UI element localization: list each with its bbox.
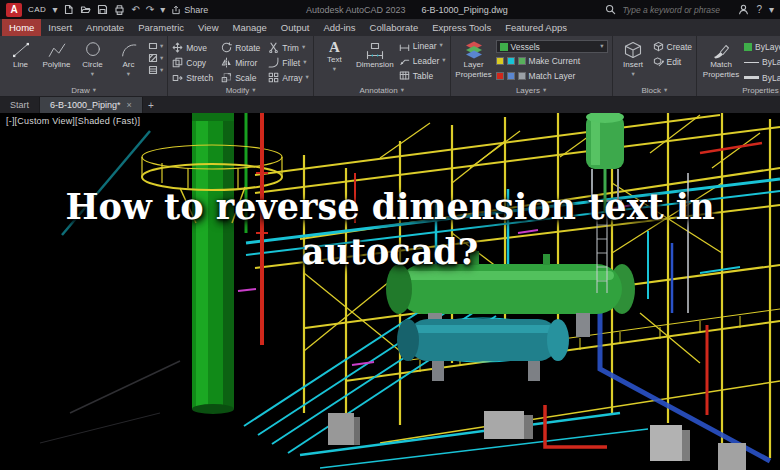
open-file-button[interactable] [80, 4, 91, 15]
tab-addins[interactable]: Add-ins [316, 19, 362, 36]
dimension-button[interactable]: Dimension [354, 38, 396, 84]
table-button[interactable]: Table [399, 69, 446, 82]
scale-button[interactable]: Scale [221, 70, 260, 85]
gradient-button[interactable]: ▾ [148, 65, 163, 75]
hatch-button[interactable]: ▾ [148, 53, 163, 63]
object-color-dropdown[interactable]: ByLayer ▾ [744, 40, 780, 54]
text-button[interactable]: A Text ▾ [318, 38, 351, 84]
account-button[interactable] [738, 4, 749, 15]
autocad-logo[interactable]: A [6, 3, 22, 17]
share-button[interactable]: Share [171, 5, 208, 15]
tab-express-tools[interactable]: Express Tools [425, 19, 498, 36]
array-button[interactable]: Array▾ [268, 70, 309, 85]
tab-manage[interactable]: Manage [226, 19, 274, 36]
arc-dropdown-icon[interactable]: ▾ [127, 71, 130, 78]
ribbon: Line Polyline Circle ▾ Arc ▾ ▾ [0, 36, 780, 97]
tab-view[interactable]: View [191, 19, 225, 36]
modify-panel-label[interactable]: Modify ▾ [168, 85, 313, 96]
file-tab-drawing[interactable]: 6-B-1000_Piping* × [40, 97, 143, 113]
window-title: Autodesk AutoCAD 2023 6-B-1000_Piping.dw… [214, 5, 599, 15]
block-small-tools: Create Edit [653, 38, 693, 84]
new-file-button[interactable] [63, 4, 74, 15]
file-tab-start[interactable]: Start [0, 97, 40, 113]
linear-button[interactable]: Linear▾ [399, 39, 446, 52]
mirror-button[interactable]: Mirror [221, 55, 260, 70]
layer-walk-icon[interactable] [518, 72, 526, 80]
document-title: 6-B-1000_Piping.dwg [422, 5, 508, 15]
copy-button[interactable]: Copy [172, 55, 213, 70]
layers-panel-chevron-icon: ▾ [543, 87, 546, 94]
match-layer-row: Match Layer [496, 69, 608, 83]
circle-button[interactable]: Circle ▾ [76, 38, 109, 84]
tab-insert[interactable]: Insert [41, 19, 79, 36]
titlebar-chevron-icon[interactable]: ▾ [769, 5, 774, 15]
person-icon [738, 4, 749, 15]
file-tab-bar: Start 6-B-1000_Piping* × + [0, 97, 780, 113]
linetype-dropdown[interactable]: ByLayer ▾ [744, 56, 780, 70]
app-menu-chevron-icon[interactable]: ▾ [52, 5, 57, 15]
make-current-button[interactable]: Make Current [529, 56, 581, 66]
tab-home[interactable]: Home [2, 19, 41, 36]
match-layer-button[interactable]: Match Layer [529, 71, 576, 81]
rectangle-icon [148, 41, 158, 51]
search-input[interactable] [620, 4, 732, 16]
rotate-button[interactable]: Rotate [221, 40, 260, 55]
circle-dropdown-icon[interactable]: ▾ [91, 71, 94, 78]
tab-featured-apps[interactable]: Featured Apps [498, 19, 574, 36]
layer-properties-button[interactable]: Layer Properties [455, 38, 493, 84]
stretch-button[interactable]: Stretch [172, 70, 213, 85]
draw-panel-chevron-icon: ▾ [93, 87, 96, 94]
insert-button[interactable]: Insert ▾ [617, 38, 650, 84]
redo-icon[interactable]: ↷ [146, 5, 154, 15]
layer-lock-icon[interactable] [518, 57, 526, 65]
layer-off-icon[interactable] [496, 72, 504, 80]
new-tab-button[interactable]: + [143, 97, 159, 113]
ribbon-tab-bar: Home Insert Annotate Parametric View Man… [0, 19, 780, 36]
quick-access-chevron-icon[interactable]: ▾ [160, 5, 165, 15]
polyline-button[interactable]: Polyline [40, 38, 73, 84]
rectangle-button[interactable]: ▾ [148, 41, 163, 51]
layer-freeze-icon[interactable] [507, 57, 515, 65]
background-lines [40, 131, 180, 443]
viewport-controls[interactable]: [-][Custom View][Shaded (Fast)] [6, 116, 140, 126]
fillet-button[interactable]: Fillet▾ [268, 55, 309, 70]
leader-icon [399, 55, 410, 66]
plot-button[interactable] [114, 4, 125, 15]
arc-button[interactable]: Arc ▾ [112, 38, 145, 84]
mirror-icon [221, 57, 232, 68]
layers-panel-label[interactable]: Layers ▾ [451, 84, 612, 96]
properties-panel-label[interactable]: Properties ▾ [697, 85, 780, 97]
tab-collaborate[interactable]: Collaborate [363, 19, 426, 36]
tab-annotate[interactable]: Annotate [79, 19, 131, 36]
drawing-viewport[interactable]: [-][Custom View][Shaded (Fast)] [0, 113, 780, 470]
horizontal-vessel-teal [397, 319, 569, 381]
lineweight-dropdown[interactable]: ByLayer ▾ [744, 71, 780, 85]
undo-icon[interactable]: ↶ [131, 5, 139, 15]
properties-controls: ByLayer ▾ ByLayer ▾ ByLayer ▾ [744, 38, 780, 85]
lineweight-sample [744, 76, 759, 79]
piping-3d-model[interactable] [0, 113, 780, 470]
annotation-panel-label[interactable]: Annotation ▾ [314, 84, 450, 96]
layer-dropdown[interactable]: Vessels ▾ [496, 40, 608, 53]
array-icon [268, 72, 279, 83]
search-box[interactable] [605, 4, 732, 16]
tab-parametric[interactable]: Parametric [131, 19, 191, 36]
close-tab-icon[interactable]: × [127, 100, 132, 110]
layer-state-icon[interactable] [496, 57, 504, 65]
tab-output[interactable]: Output [274, 19, 317, 36]
line-button[interactable]: Line [4, 38, 37, 84]
help-icon[interactable]: ? [756, 5, 762, 15]
leader-button[interactable]: Leader▾ [399, 54, 446, 67]
create-block-button[interactable]: Create [653, 40, 693, 53]
match-properties-button[interactable]: Match Properties [701, 38, 741, 85]
move-button[interactable]: Move [172, 40, 213, 55]
layer-dropdown-value: Vessels [511, 42, 598, 52]
save-button[interactable] [97, 4, 108, 15]
edit-block-button[interactable]: Edit [653, 55, 693, 68]
layer-isolate-icon[interactable] [507, 72, 515, 80]
line-icon [11, 40, 31, 60]
trim-button[interactable]: Trim▾ [268, 40, 309, 55]
layer-dropdown-chevron-icon: ▾ [600, 43, 603, 50]
draw-panel-label[interactable]: Draw ▾ [0, 84, 167, 96]
block-panel-label[interactable]: Block ▾ [613, 84, 697, 96]
